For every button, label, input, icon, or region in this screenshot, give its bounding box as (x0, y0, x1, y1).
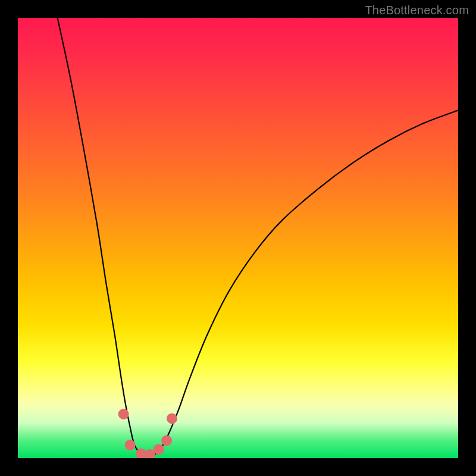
marker-point (125, 440, 136, 450)
curve-right-branch (150, 110, 458, 456)
chart-svg (18, 18, 458, 458)
marker-point (154, 444, 164, 455)
marker-point (118, 409, 129, 419)
marker-point (167, 413, 177, 424)
chart-curves (58, 18, 458, 456)
marker-point (161, 435, 172, 446)
curve-left-branch (58, 18, 150, 456)
watermark-text: TheBottleneck.com (365, 4, 469, 17)
